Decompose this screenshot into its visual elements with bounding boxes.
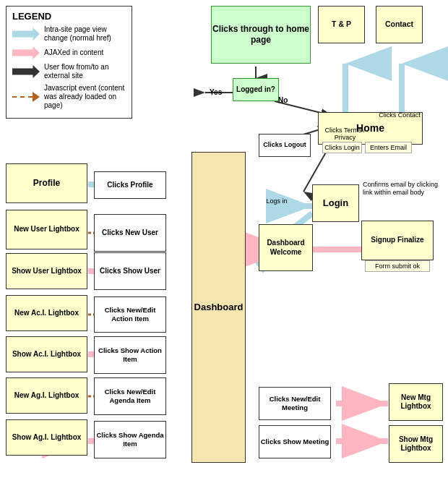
show-aci-lb-label: Show Ac.I. Lightbox [12,350,81,359]
show-mtg-lb-box: Show Mtg Lightbox [389,425,443,463]
tp-label: T & P [332,20,351,29]
legend-item-dashed: Javascript event (content was already lo… [12,84,126,110]
tp-box: T & P [318,6,365,43]
no-label: No [278,96,288,104]
clicks-logout-box: Clicks Logout [259,134,311,157]
clicks-profile-label: Clicks Profile [107,181,152,190]
logged-in-label: Logged in? [236,85,275,95]
signup-label: Signup Finalize [371,236,423,245]
show-agi-lb-label: Show Ag.I. Lightbox [12,433,82,443]
clicks-show-meeting-box: Clicks Show Meeting [259,425,331,458]
show-user-lb-label: Show User Lightbox [12,267,82,276]
diagram: LEGEND Intra-site page view change (norm… [0,0,448,478]
clicks-new-meeting-box: Clicks New/Edit Meeting [259,387,331,420]
clicks-contact-label: Clicks Contact [376,111,423,119]
show-aci-lb-box: Show Ac.I. Lightbox [6,336,87,372]
blue-arrow-icon [12,27,40,40]
pink-arrow-icon [12,46,40,59]
clicks-home-box: Clicks through to home page [211,6,311,64]
legend-item-blue: Intra-site page view change (normal href… [12,25,126,43]
legend-label-blue: Intra-site page view change (normal href… [44,25,126,43]
show-agi-lb-box: Show Ag.I. Lightbox [6,419,87,456]
clicks-new-user-label: Clicks New User [102,229,158,238]
new-mtg-lb-label: New Mtg Lightbox [389,393,442,411]
black-arrow-icon [12,65,40,78]
profile-box: Profile [6,163,87,203]
show-mtg-lb-label: Show Mtg Lightbox [389,435,442,453]
dashboard-label: Dashboard [194,302,244,313]
signup-box: Signup Finalize [361,221,434,260]
clicks-show-user-box: Clicks Show User [94,252,166,290]
form-submit-label: Form submit ok [365,260,430,272]
clicks-terms-label: Clicks Terms / Privacy [322,127,369,141]
clicks-new-meeting-label: Clicks New/Edit Meeting [259,395,330,412]
logs-in-label: Logs in [259,197,295,205]
clicks-profile-box: Clicks Profile [94,171,166,199]
clicks-show-action-box: Clicks Show Action Item [94,336,166,374]
logged-in-box: Logged in? [233,78,279,101]
yes-label: Yes [210,88,222,96]
enters-email-label: Enters Email [365,142,412,153]
clicks-home-label: Clicks through to home page [212,24,310,46]
clicks-new-user-box: Clicks New User [94,214,166,252]
contact-label: Contact [385,20,413,29]
contact-box: Contact [376,6,423,43]
clicks-show-action-label: Clicks Show Action Item [95,346,165,364]
confirms-email-label: Confirms email by clicking link within e… [363,181,446,197]
new-agi-lb-box: New Ag.I. Lightbox [6,377,87,414]
legend-label-pink: AJAXed in content [44,48,103,57]
show-user-lb-box: Show User Lightbox [6,253,87,289]
new-aci-lb-label: New Ac.I. Lightbox [14,309,79,318]
legend-title: LEGEND [12,11,126,22]
new-mtg-lb-box: New Mtg Lightbox [389,383,443,421]
new-aci-lb-box: New Ac.I. Lightbox [6,295,87,331]
clicks-login-label: Clicks Login [322,142,362,153]
dashboard-box: Dashboard [191,152,246,463]
dashed-arrow-icon [12,92,40,102]
legend-item-pink: AJAXed in content [12,46,126,59]
clicks-show-agenda-box: Clicks Show Agenda Item [94,421,166,458]
legend-item-black: User flow from/to an external site [12,63,126,80]
clicks-new-agenda-label: Clicks New/Edit Agenda Item [95,388,165,405]
clicks-show-agenda-label: Clicks Show Agenda Item [95,431,165,448]
profile-label: Profile [33,178,60,189]
login-box: Login [312,184,359,222]
clicks-new-agenda-box: Clicks New/Edit Agenda Item [94,377,166,415]
clicks-show-user-label: Clicks Show User [100,267,160,276]
legend-label-black: User flow from/to an external site [44,63,126,80]
clicks-logout-label: Clicks Logout [263,141,306,149]
legend-box: LEGEND Intra-site page view change (norm… [6,6,132,119]
clicks-show-meeting-label: Clicks Show Meeting [261,438,329,446]
new-user-lb-box: New User Lightbox [6,210,87,249]
dashboard-welcome-label: Dashboard Welcome [259,239,312,257]
login-label: Login [323,197,348,209]
clicks-new-action-label: Clicks New/Edit Action Item [95,306,165,323]
new-user-lb-label: New User Lightbox [14,225,79,234]
new-agi-lb-label: New Ag.I. Lightbox [14,391,79,401]
clicks-new-action-box: Clicks New/Edit Action Item [94,296,166,333]
dashboard-welcome-box: Dashboard Welcome [259,224,313,271]
legend-label-dashed: Javascript event (content was already lo… [44,84,126,110]
